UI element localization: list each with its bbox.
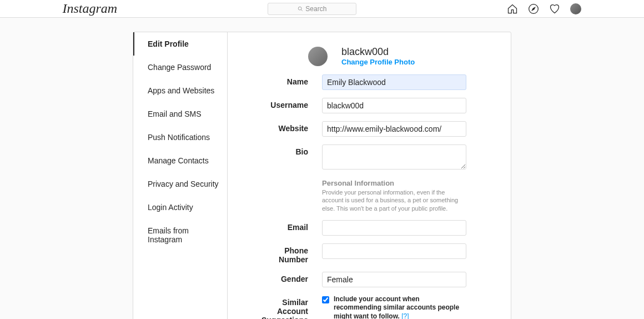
phone-field[interactable] — [322, 243, 466, 259]
personal-info-desc: Provide your personal information, even … — [322, 188, 466, 212]
header-actions — [507, 3, 581, 14]
sidebar-item-push-notifications[interactable]: Push Notifications — [133, 126, 227, 149]
settings-sidebar: Edit Profile Change Password Apps and We… — [133, 32, 228, 319]
email-label: Email — [255, 220, 322, 236]
sidebar-item-privacy-security[interactable]: Privacy and Security — [133, 172, 227, 196]
sidebar-item-change-password[interactable]: Change Password — [133, 56, 227, 79]
instagram-logo[interactable]: Instagram — [63, 1, 118, 16]
website-field[interactable] — [322, 121, 466, 137]
svg-marker-3 — [532, 7, 535, 10]
search-placeholder: Search — [305, 5, 326, 13]
website-label: Website — [255, 121, 322, 137]
change-photo-button[interactable]: Change Profile Photo — [341, 58, 415, 66]
name-field[interactable] — [322, 74, 466, 90]
sidebar-item-login-activity[interactable]: Login Activity — [133, 196, 227, 219]
profile-avatar[interactable] — [308, 47, 328, 66]
top-nav: Instagram Search — [0, 0, 644, 18]
bio-field[interactable] — [322, 144, 466, 170]
email-field[interactable] — [322, 220, 466, 236]
gender-field[interactable] — [322, 272, 466, 287]
similar-checkbox[interactable] — [322, 296, 329, 303]
svg-line-1 — [301, 9, 303, 11]
sidebar-item-email-sms[interactable]: Email and SMS — [133, 102, 227, 126]
settings-content: blackw00d Change Profile Photo Name User… — [228, 32, 511, 319]
similar-help-link[interactable]: [?] — [401, 312, 409, 319]
name-label: Name — [255, 74, 322, 90]
personal-info-title: Personal Information — [322, 179, 466, 187]
settings-container: Edit Profile Change Password Apps and We… — [133, 32, 511, 319]
similar-checkbox-label: Include your account when recommending s… — [334, 295, 466, 319]
svg-point-0 — [299, 7, 302, 10]
explore-icon[interactable] — [528, 3, 539, 14]
avatar[interactable] — [570, 3, 581, 14]
heart-icon[interactable] — [549, 3, 560, 14]
phone-label: Phone Number — [255, 243, 322, 264]
sidebar-item-edit-profile[interactable]: Edit Profile — [133, 32, 227, 56]
username-field[interactable] — [322, 98, 466, 113]
home-icon[interactable] — [507, 3, 518, 14]
profile-username: blackw00d — [341, 46, 415, 58]
gender-label: Gender — [255, 272, 322, 287]
sidebar-item-emails-instagram[interactable]: Emails from Instagram — [133, 219, 227, 251]
search-input[interactable]: Search — [268, 3, 356, 15]
search-icon — [298, 6, 303, 12]
sidebar-item-manage-contacts[interactable]: Manage Contacts — [133, 149, 227, 172]
bio-label: Bio — [255, 144, 322, 171]
sidebar-item-apps-websites[interactable]: Apps and Websites — [133, 79, 227, 102]
username-label: Username — [255, 98, 322, 113]
similar-label: Similar Account Suggestions — [255, 295, 322, 319]
